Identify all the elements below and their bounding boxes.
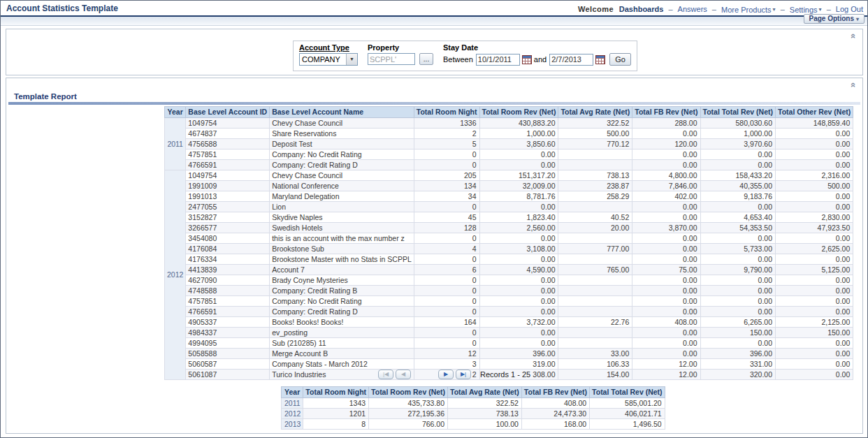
cell-value: 34 (414, 191, 479, 202)
nav-settings-link[interactable]: Settings▾ (790, 5, 822, 13)
cell-value: 0.00 (776, 254, 853, 265)
cell-value: 320.00 (700, 370, 776, 380)
cell-value: 158,433.20 (700, 170, 776, 181)
table-row: 4748588Company: Credit Rating B00.000.00… (165, 286, 853, 296)
calendar-icon[interactable] (522, 55, 532, 64)
records-count: Records 1 - 25 (480, 370, 530, 379)
filter-panel: « Account Type COMPANY ▼ Property ... St… (6, 29, 863, 75)
cell-value: 0 (414, 233, 479, 244)
cell-value: 1,000.00 (700, 129, 776, 139)
table-row: 4766591Company: Credit Rating D00.000.00… (165, 307, 853, 317)
cell-value: 0.00 (632, 212, 700, 223)
table-row: 4176334Brookstone Master with no Stats i… (165, 254, 853, 265)
go-button[interactable]: Go (609, 53, 631, 66)
collapse-filter-section-icon[interactable]: « (849, 31, 859, 41)
cell-value: 0.00 (700, 275, 776, 286)
summary-value-cell: 435,733.80 (369, 398, 448, 409)
summary-year-cell: 2011 (282, 398, 303, 409)
cell-value: 0.00 (700, 160, 776, 170)
cell-value: 12.00 (632, 370, 700, 380)
table-row: 3152827Skydive Naples451,823.4040.520.00… (165, 212, 853, 223)
nav-separator: – (781, 5, 785, 13)
cell-value: 3,970.60 (700, 139, 776, 149)
cell-value: 75.00 (632, 265, 700, 275)
nav-dashboards-link[interactable]: Dashboards (619, 5, 664, 13)
cell-value: 154.00 (558, 370, 632, 380)
property-browse-button[interactable]: ... (419, 53, 433, 65)
property-input[interactable] (368, 53, 415, 65)
cell-account-id: 4756588 (186, 139, 270, 149)
column-header: Total FB Rev (Net) (521, 387, 589, 398)
page-options-button[interactable]: Page Options▾ (804, 14, 865, 24)
account-type-prompt: Account Type COMPANY ▼ (299, 43, 358, 71)
cell-account-name: Chevy Chase Council (270, 118, 414, 129)
cell-value: 258.29 (558, 191, 632, 202)
nav-more-products-link[interactable]: More Products▾ (721, 5, 776, 13)
summary-table: YearTotal Room NightTotal Room Rev (Net)… (281, 386, 665, 430)
summary-value-cell: 585,001.20 (590, 398, 665, 409)
first-page-button[interactable]: |◀ (378, 370, 393, 379)
table-row: 4176084Brookstone Sub43,108.00777.000.00… (165, 244, 853, 254)
stay-date-to-input[interactable] (549, 54, 593, 66)
cell-value: 0.00 (632, 233, 700, 244)
nav-separator: – (827, 5, 831, 13)
stay-date-from-input[interactable] (476, 54, 520, 66)
dashboard-page: Account Statistics Template Welcome Dash… (0, 0, 868, 438)
cell-value: 0.00 (632, 296, 700, 307)
last-page-button[interactable]: ▶| (456, 370, 471, 379)
cell-value: 5 (414, 139, 479, 149)
summary-value-cell: 406,021.71 (590, 409, 665, 419)
cell-value: 0 (414, 254, 479, 265)
table-row: 5060587Company Stats - March 20123319.00… (165, 359, 853, 370)
prompt-box: Account Type COMPANY ▼ Property ... Stay… (293, 41, 637, 71)
cell-value (558, 338, 632, 349)
summary-value-cell: 408.00 (521, 398, 589, 409)
nav-logout-link[interactable]: Log Out (836, 5, 863, 13)
cell-account-name: Company Stats - March 2012 (270, 359, 414, 370)
cell-account-name: Company: No Credit Rating (270, 149, 414, 160)
cell-value: 4,653.40 (700, 212, 776, 223)
cell-value (558, 275, 632, 286)
cell-value: 106.33 (558, 359, 632, 370)
cell-value: 4 (414, 244, 479, 254)
cell-value: 0 (414, 296, 479, 307)
next-page-button[interactable]: ▶ (438, 370, 454, 379)
summary-value-cell: 322.52 (448, 398, 522, 409)
cell-value: 0.00 (776, 191, 853, 202)
cell-value (558, 160, 632, 170)
cell-value (558, 328, 632, 338)
cell-value: 6 (414, 265, 479, 275)
cell-value (558, 296, 632, 307)
nav-answers-link[interactable]: Answers (678, 5, 707, 13)
cell-value: 4,800.00 (632, 170, 700, 181)
cell-value: 0.00 (632, 244, 700, 254)
cell-value: 40.52 (558, 212, 632, 223)
column-header: Total FB Rev (Net) (632, 107, 700, 118)
cell-value: 150.00 (700, 328, 776, 338)
cell-value: 148,859.40 (776, 118, 853, 129)
cell-value: 0.00 (776, 202, 853, 212)
cell-account-id: 4984337 (186, 328, 270, 338)
cell-value: 0.00 (479, 338, 558, 349)
column-header: Base Level Account Name (270, 107, 414, 118)
calendar-icon[interactable] (595, 55, 605, 64)
account-type-label: Account Type (299, 43, 358, 52)
cell-account-id: 3152827 (186, 212, 270, 223)
cell-account-name: Company: Credit Rating D (270, 307, 414, 317)
column-header: Year (165, 107, 186, 118)
cell-value: 0.00 (776, 359, 853, 370)
summary-value-cell: 168.00 (521, 419, 589, 430)
cell-value: 22.76 (558, 317, 632, 328)
cell-value: 288.00 (632, 118, 700, 129)
cell-value: 0 (414, 275, 479, 286)
cell-value: 12.00 (632, 359, 700, 370)
summary-value-cell: 1201 (303, 409, 369, 419)
cell-value: 0.00 (700, 149, 776, 160)
cell-value: 0.00 (632, 338, 700, 349)
account-type-select[interactable]: COMPANY ▼ (299, 53, 358, 66)
cell-account-id: 5058588 (186, 349, 270, 359)
previous-page-button[interactable]: ◀ (396, 370, 411, 379)
cell-value: 2,830.00 (776, 212, 853, 223)
collapse-report-section-icon[interactable]: « (849, 80, 859, 89)
nav-separator: – (712, 5, 716, 13)
